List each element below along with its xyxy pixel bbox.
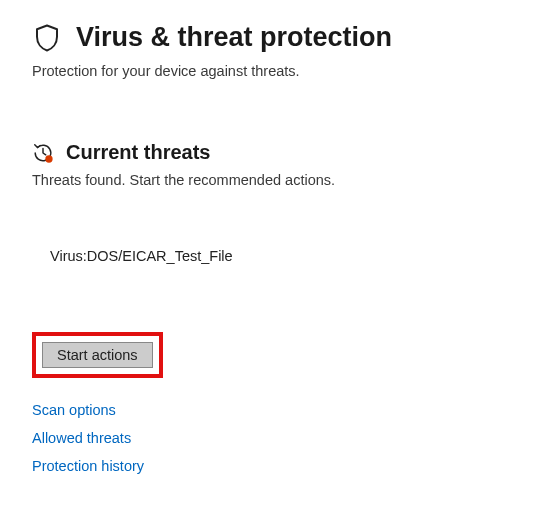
page-subtitle: Protection for your device against threa… (32, 63, 528, 79)
section-subtitle: Threats found. Start the recommended act… (32, 172, 528, 188)
history-alert-icon (32, 142, 54, 164)
protection-history-link[interactable]: Protection history (32, 458, 528, 474)
page-title: Virus & threat protection (76, 22, 392, 53)
start-actions-button[interactable]: Start actions (42, 342, 153, 368)
shield-icon (32, 23, 62, 53)
threat-item: Virus:DOS/EICAR_Test_File (50, 248, 528, 264)
link-list: Scan options Allowed threats Protection … (32, 402, 528, 474)
page-header: Virus & threat protection (32, 22, 528, 53)
section-title: Current threats (66, 141, 210, 164)
svg-point-0 (45, 155, 52, 162)
start-actions-highlight: Start actions (32, 332, 163, 378)
allowed-threats-link[interactable]: Allowed threats (32, 430, 528, 446)
scan-options-link[interactable]: Scan options (32, 402, 528, 418)
section-header: Current threats (32, 141, 528, 164)
